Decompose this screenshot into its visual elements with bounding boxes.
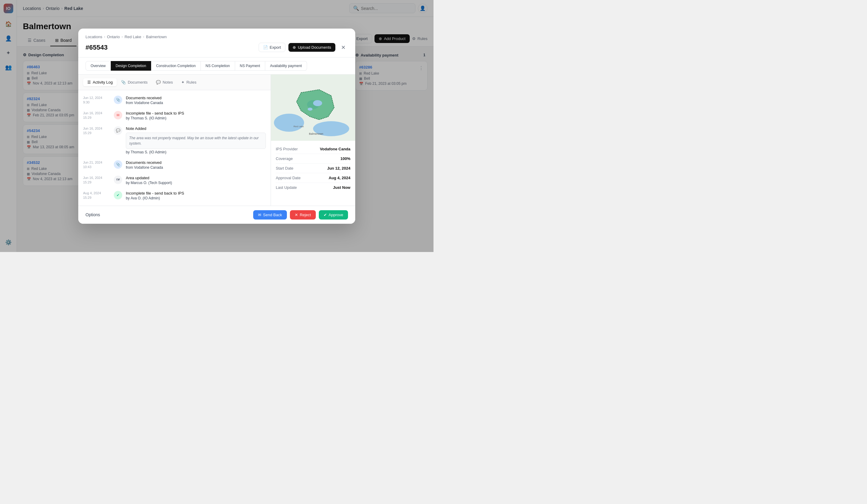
- upload-icon: ⊕: [292, 45, 296, 50]
- modal-bc-balmertown[interactable]: Balmertown: [146, 35, 167, 39]
- info-row-last-update: Last Update Just Now: [276, 183, 350, 192]
- activity-sub-4: by Marcus O. (Tech Support): [126, 181, 266, 185]
- approve-icon: ✔: [324, 212, 327, 217]
- start-date-label: Start Date: [276, 166, 293, 171]
- pipeline-tab-design[interactable]: Design Completion: [111, 61, 151, 71]
- svg-point-7: [308, 108, 312, 111]
- rules-gear-icon: ✦: [181, 80, 184, 85]
- map-svg: Balmertown Red Lake: [271, 75, 355, 141]
- pipeline-tabs: Overview Design Completion Construction …: [85, 61, 348, 71]
- activity-item-2: Jun 16, 2024 15:29 💬 Note Added The area…: [78, 123, 271, 157]
- modal-bc-redlake[interactable]: Red Lake: [125, 35, 141, 39]
- activity-icon-3: 📎: [114, 160, 122, 169]
- coverage-value: 100%: [341, 156, 350, 161]
- activity-title-0: Documents received: [126, 96, 266, 100]
- map-area: Balmertown Red Lake: [271, 75, 355, 141]
- footer-actions: ✉ Send Back ✕ Reject ✔ Approve: [253, 210, 348, 220]
- modal-export-button[interactable]: 📄 Export: [259, 43, 286, 52]
- activity-title-3: Documents received: [126, 160, 266, 165]
- activity-item-1: Jun 16, 2024 15:29 ✉ Incomplete file - s…: [78, 108, 271, 123]
- activity-date-4: Jun 16, 2024 15:29: [83, 176, 110, 185]
- modal-breadcrumb: Locations › Ontario › Red Lake › Balmert…: [85, 35, 348, 39]
- activity-content-3: Documents received from Vodafone Canada: [126, 160, 266, 169]
- modal-overlay: Locations › Ontario › Red Lake › Balmert…: [0, 0, 434, 252]
- footer-options-label: Options: [85, 212, 100, 217]
- modal-footer: Options ✉ Send Back ✕ Reject ✔ Approve: [78, 206, 355, 224]
- activity-title-4: Area updated: [126, 176, 266, 180]
- modal-close-button[interactable]: ✕: [339, 43, 348, 52]
- activity-title-5: Incomplete file - send back to IPS: [126, 191, 266, 196]
- activity-sub-5: by Ava O. (IO Admin): [126, 196, 266, 200]
- modal-header-actions: 📄 Export ⊕ Upload Documents ✕: [259, 43, 348, 52]
- pipeline-tab-availability[interactable]: Availability payment: [265, 61, 307, 71]
- modal-case-id: #65543: [85, 44, 107, 52]
- start-date-value: Jun 12, 2024: [327, 166, 350, 171]
- reject-button[interactable]: ✕ Reject: [290, 210, 316, 220]
- activity-content-1: Incomplete file - send back to IPS by Th…: [126, 111, 266, 120]
- svg-text:Red Lake: Red Lake: [293, 125, 304, 128]
- activity-icon-1: ✉: [114, 111, 122, 119]
- inner-tabs: ☰ Activity Log 📎 Documents 💬 Notes ✦: [78, 75, 271, 90]
- approval-value: Aug 4, 2024: [329, 176, 350, 180]
- activity-date-2: Jun 16, 2024 15:29: [83, 126, 110, 154]
- modal-bc-sep1: ›: [104, 35, 105, 39]
- approval-label: Approval Date: [276, 176, 300, 180]
- inner-tab-rules[interactable]: ✦ Rules: [177, 78, 201, 86]
- modal-bc-ontario[interactable]: Ontario: [107, 35, 120, 39]
- modal-body: ☰ Activity Log 📎 Documents 💬 Notes ✦: [78, 75, 355, 206]
- inner-tab-notes[interactable]: 💬 Notes: [152, 78, 177, 86]
- activity-title-1: Incomplete file - send back to IPS: [126, 111, 266, 116]
- activity-item-4: Jun 16, 2024 15:29 🗺 Area updated by Mar…: [78, 173, 271, 188]
- pipeline-tab-construction[interactable]: Construction Completion: [151, 61, 201, 71]
- modal-upload-button[interactable]: ⊕ Upload Documents: [288, 43, 335, 52]
- info-row-start: Start Date Jun 12, 2024: [276, 164, 350, 173]
- last-update-label: Last Update: [276, 185, 297, 190]
- modal-bc-locations[interactable]: Locations: [85, 35, 103, 39]
- info-row-ips: IPS Provider Vodafone Canda: [276, 144, 350, 154]
- activity-item-3: Jun 21, 2024 10:43 📎 Documents received …: [78, 157, 271, 173]
- activity-date-3: Jun 21, 2024 10:43: [83, 160, 110, 169]
- note-icon: 💬: [156, 80, 161, 85]
- modal-right-panel: Balmertown Red Lake IPS Provider Vodafon…: [271, 75, 355, 206]
- modal-bc-sep2: ›: [122, 35, 123, 39]
- svg-text:Balmertown: Balmertown: [309, 132, 323, 135]
- activity-icon-2: 💬: [114, 126, 122, 135]
- inner-tab-activity[interactable]: ☰ Activity Log: [83, 78, 117, 86]
- modal-left-panel: ☰ Activity Log 📎 Documents 💬 Notes ✦: [78, 75, 271, 206]
- activity-date-0: Jun 12, 2024 9:30: [83, 96, 110, 105]
- activity-sub-3: from Vodafone Canada: [126, 165, 266, 169]
- activity-sub-2: by Thomas S. (IO Admin): [126, 150, 266, 154]
- activity-content-2: Note Added The area was not properly map…: [126, 126, 266, 154]
- modal-header: Locations › Ontario › Red Lake › Balmert…: [78, 29, 355, 57]
- activity-icon: ☰: [87, 80, 91, 85]
- activity-date-5: Aug 4, 2024 15:29: [83, 191, 110, 200]
- activity-icon-5: ✔: [114, 191, 122, 199]
- pipeline-tab-overview[interactable]: Overview: [85, 61, 111, 71]
- ips-label: IPS Provider: [276, 147, 298, 151]
- activity-content-4: Area updated by Marcus O. (Tech Support): [126, 176, 266, 185]
- inner-tab-documents[interactable]: 📎 Documents: [117, 78, 152, 86]
- activity-sub-1: by Thomas S. (IO Admin): [126, 116, 266, 120]
- reject-icon: ✕: [295, 212, 298, 217]
- activity-sub-0: from Vodafone Canada: [126, 101, 266, 105]
- info-row-approval: Approval Date Aug 4, 2024: [276, 173, 350, 183]
- modal: Locations › Ontario › Red Lake › Balmert…: [78, 29, 355, 224]
- ips-value: Vodafone Canda: [320, 147, 350, 151]
- svg-point-6: [313, 100, 322, 106]
- approve-button[interactable]: ✔ Approve: [319, 210, 348, 220]
- activity-date-1: Jun 16, 2024 15:29: [83, 111, 110, 120]
- send-back-button[interactable]: ✉ Send Back: [253, 210, 287, 220]
- send-back-icon: ✉: [258, 212, 261, 217]
- activity-list: Jun 12, 2024 9:30 📎 Documents received f…: [78, 90, 271, 206]
- pipeline-tab-ns-payment[interactable]: NS Payment: [235, 61, 265, 71]
- activity-content-5: Incomplete file - send back to IPS by Av…: [126, 191, 266, 200]
- modal-title-row: #65543 📄 Export ⊕ Upload Documents ✕: [85, 43, 348, 52]
- activity-content-0: Documents received from Vodafone Canada: [126, 96, 266, 105]
- paperclip-icon: 📎: [121, 80, 126, 85]
- activity-item-5: Aug 4, 2024 15:29 ✔ Incomplete file - se…: [78, 188, 271, 203]
- modal-bc-sep3: ›: [143, 35, 144, 39]
- activity-note-2: The area was not properly mapped. May be…: [126, 133, 266, 149]
- pipeline-tab-ns-completion[interactable]: NS Completion: [201, 61, 235, 71]
- info-table: IPS Provider Vodafone Canda Coverage 100…: [271, 141, 355, 206]
- activity-item-0: Jun 12, 2024 9:30 📎 Documents received f…: [78, 92, 271, 108]
